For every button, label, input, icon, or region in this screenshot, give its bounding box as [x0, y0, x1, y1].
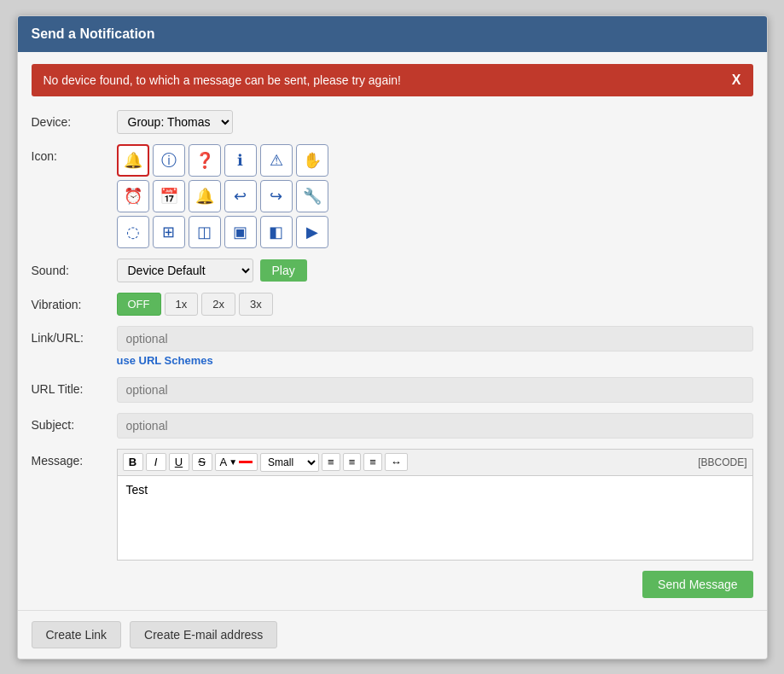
- icon15-btn[interactable]: ◫: [189, 216, 221, 248]
- subject-row: Subject:: [32, 413, 753, 439]
- editor-toolbar: B I U S A ▼ Small Normal Large ≡: [117, 449, 753, 475]
- question-icon-btn[interactable]: ❓: [189, 144, 221, 177]
- sound-label: Sound:: [32, 259, 117, 277]
- message-editor[interactable]: Test: [117, 475, 753, 561]
- icon13-btn[interactable]: ◌: [117, 216, 149, 248]
- icon14-btn[interactable]: ⊞: [153, 216, 185, 248]
- error-close-button[interactable]: X: [732, 73, 741, 88]
- reply-icon-btn[interactable]: ↩: [224, 180, 257, 212]
- bold-button[interactable]: B: [123, 453, 143, 471]
- link-url-label: Link/URL:: [32, 326, 117, 345]
- align-center-button[interactable]: ≡: [343, 453, 362, 471]
- align-left-button[interactable]: ≡: [322, 453, 340, 471]
- sound-select[interactable]: Device Default: [117, 259, 253, 282]
- device-label: Device:: [32, 110, 117, 129]
- icon18-btn[interactable]: ▶: [296, 216, 328, 248]
- link-url-control: use URL Schemes: [117, 326, 753, 367]
- url-title-label: URL Title:: [32, 377, 117, 396]
- vibration-row: Vibration: OFF 1x 2x 3x: [32, 293, 753, 316]
- url-title-control: [117, 377, 753, 403]
- create-link-button[interactable]: Create Link: [32, 621, 122, 648]
- link-button[interactable]: ↔: [385, 453, 408, 471]
- align-right-button[interactable]: ≡: [363, 453, 382, 471]
- vibration-control: OFF 1x 2x 3x: [117, 293, 753, 316]
- color-underline: [239, 461, 253, 463]
- font-color-dropdown-icon: ▼: [229, 457, 237, 467]
- icon-row-2: ⏰ 📅 🔔 ↩ ↪ 🔧: [117, 180, 753, 212]
- error-message: No device found, to which a message can …: [44, 73, 401, 87]
- play-button[interactable]: Play: [260, 259, 307, 282]
- send-message-button[interactable]: Send Message: [642, 571, 752, 598]
- icon-row-1: 🔔 ⓘ ❓ ℹ ⚠ ✋: [117, 144, 753, 177]
- icon-row-3: ◌ ⊞ ◫ ▣ ◧ ▶: [117, 216, 753, 248]
- url-scheme-link[interactable]: use URL Schemes: [117, 354, 753, 367]
- bell-icon-btn[interactable]: 🔔: [117, 144, 149, 177]
- message-label: Message:: [32, 449, 117, 468]
- sound-row: Sound: Device Default Play: [32, 259, 753, 282]
- error-banner: No device found, to which a message can …: [32, 64, 753, 96]
- device-control: Group: Thomas All Devices: [117, 110, 753, 134]
- info-icon-btn[interactable]: ℹ: [224, 144, 257, 177]
- url-title-input[interactable]: [117, 377, 753, 403]
- icon-grid: 🔔 ⓘ ❓ ℹ ⚠ ✋ ⏰ 📅 🔔 ↩ ↪ 🔧: [117, 144, 753, 248]
- device-row: Device: Group: Thomas All Devices: [32, 110, 753, 134]
- modal-title: Send a Notification: [32, 26, 155, 41]
- bell2-icon-btn[interactable]: 🔔: [189, 180, 221, 212]
- italic-button[interactable]: I: [146, 453, 166, 471]
- bbcode-toggle[interactable]: [BBCODE]: [698, 456, 746, 468]
- clock-icon-btn[interactable]: ⏰: [117, 180, 149, 212]
- underline-button[interactable]: U: [169, 453, 189, 471]
- subject-input[interactable]: [117, 413, 753, 439]
- icon17-btn[interactable]: ◧: [260, 216, 293, 248]
- send-notification-modal: Send a Notification No device found, to …: [17, 15, 768, 659]
- icon16-btn[interactable]: ▣: [224, 216, 257, 248]
- modal-footer: Create Link Create E-mail address: [18, 610, 767, 659]
- subject-control: [117, 413, 753, 439]
- icon-label: Icon:: [32, 144, 117, 163]
- vibration-2x-button[interactable]: 2x: [201, 293, 235, 316]
- wrench-icon-btn[interactable]: 🔧: [296, 180, 328, 212]
- info-circle-icon-btn[interactable]: ⓘ: [153, 144, 185, 177]
- link-url-input[interactable]: [117, 326, 753, 352]
- message-control: B I U S A ▼ Small Normal Large ≡: [117, 449, 753, 561]
- vibration-off-button[interactable]: OFF: [117, 293, 161, 316]
- message-content: Test: [126, 483, 148, 497]
- vibration-label: Vibration:: [32, 293, 117, 311]
- modal-header: Send a Notification: [18, 16, 767, 52]
- vibration-1x-button[interactable]: 1x: [165, 293, 199, 316]
- modal-body: No device found, to which a message can …: [18, 52, 767, 610]
- strikethrough-button[interactable]: S: [192, 453, 212, 471]
- warning-icon-btn[interactable]: ⚠: [260, 144, 293, 177]
- message-row: Message: B I U S A ▼ Small Normal: [32, 449, 753, 561]
- url-title-row: URL Title:: [32, 377, 753, 403]
- font-color-button[interactable]: A ▼: [215, 453, 258, 471]
- subject-label: Subject:: [32, 413, 117, 432]
- font-color-label: A: [220, 456, 228, 468]
- link-url-row: Link/URL: use URL Schemes: [32, 326, 753, 367]
- vibration-3x-button[interactable]: 3x: [239, 293, 273, 316]
- calendar-icon-btn[interactable]: 📅: [153, 180, 185, 212]
- device-select[interactable]: Group: Thomas All Devices: [117, 110, 233, 134]
- sound-control: Device Default Play: [117, 259, 753, 282]
- hand-icon-btn[interactable]: ✋: [296, 144, 328, 177]
- forward-icon-btn[interactable]: ↪: [260, 180, 293, 212]
- font-size-select[interactable]: Small Normal Large: [260, 453, 319, 472]
- create-email-button[interactable]: Create E-mail address: [130, 621, 277, 648]
- icon-row: Icon: 🔔 ⓘ ❓ ℹ ⚠ ✋ ⏰ 📅 🔔 ↩: [32, 144, 753, 248]
